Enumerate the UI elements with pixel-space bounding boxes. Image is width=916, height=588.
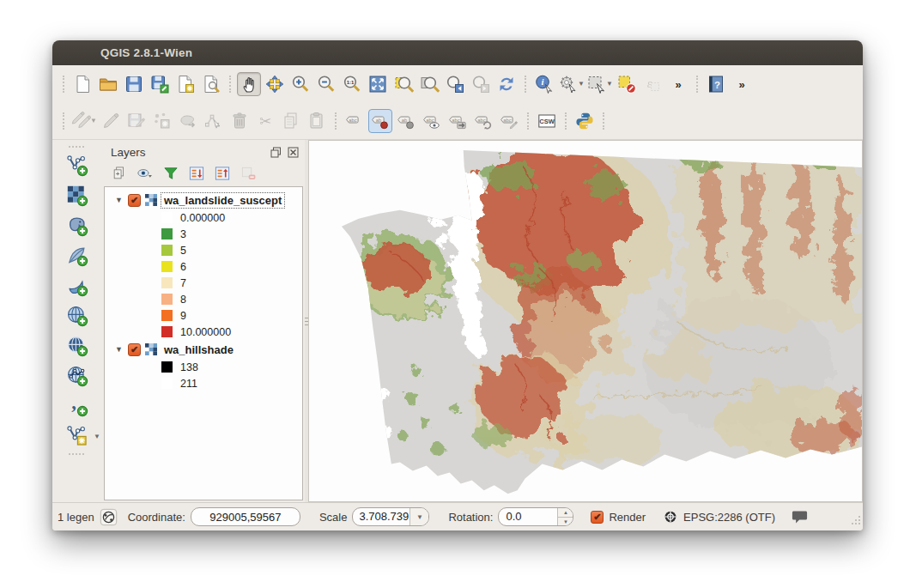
label-pin-button[interactable]: ab: [394, 109, 418, 133]
toolbar-grip[interactable]: [63, 112, 64, 130]
tracking-icon[interactable]: [100, 508, 118, 526]
chevron-down-icon[interactable]: ▼: [94, 433, 100, 440]
toolbar-grip[interactable]: [63, 76, 64, 93]
legend-entry[interactable]: 9: [105, 307, 302, 324]
help-button[interactable]: ?: [704, 72, 728, 96]
toolbar-grip[interactable]: [69, 453, 84, 455]
chevron-down-icon[interactable]: ▼: [606, 80, 613, 88]
toolbar-grip[interactable]: [229, 76, 231, 93]
save-project-as-button[interactable]: [148, 72, 172, 96]
metasearch-button[interactable]: CSW: [535, 109, 559, 133]
save-project-button[interactable]: [122, 72, 146, 96]
layer-checkbox[interactable]: ✔: [128, 343, 141, 356]
composer-manager-button[interactable]: [199, 72, 223, 96]
chevron-down-icon[interactable]: ▼: [90, 117, 97, 124]
message-log-icon[interactable]: [791, 509, 809, 524]
add-mssql-layer-button[interactable]: [61, 270, 92, 300]
change-label-button[interactable]: abc: [497, 109, 521, 133]
attributes-overflow-button[interactable]: »: [666, 72, 690, 96]
open-project-button[interactable]: [96, 72, 120, 96]
spin-up-icon[interactable]: ▲: [558, 508, 573, 518]
expand-all-button[interactable]: [186, 164, 207, 183]
toggle-editing-button[interactable]: [99, 109, 123, 133]
crs-status-icon[interactable]: [663, 509, 678, 524]
save-layer-edits-button[interactable]: [124, 109, 149, 133]
toolbar-grip[interactable]: [527, 112, 529, 130]
panel-close-button[interactable]: [287, 146, 300, 159]
zoom-last-button[interactable]: [443, 72, 467, 96]
add-group-button[interactable]: [109, 164, 130, 183]
zoom-to-layer-button[interactable]: [417, 72, 441, 96]
zoom-native-button[interactable]: 1:1: [340, 72, 364, 96]
run-feature-action-button[interactable]: ▼: [558, 72, 585, 96]
expander-icon[interactable]: ▼: [115, 345, 124, 354]
panel-float-button[interactable]: [270, 146, 282, 159]
legend-entry[interactable]: 3: [105, 226, 302, 242]
scale-combobox[interactable]: 3.708.739 ▼: [352, 507, 429, 526]
spin-down-icon[interactable]: ▼: [558, 518, 573, 526]
copy-features-button[interactable]: [279, 109, 303, 133]
add-delimited-text-button[interactable]: ,: [61, 391, 92, 421]
toggle-labels-button[interactable]: abc: [420, 109, 444, 133]
chevron-down-icon[interactable]: ▼: [578, 80, 585, 88]
legend-entry[interactable]: 138: [105, 359, 302, 375]
layer-item-wa_landslide_suscept[interactable]: ▼✔wa_landslide_suscept: [105, 191, 302, 209]
zoom-next-button[interactable]: [469, 72, 493, 96]
toolbar-grip[interactable]: [565, 112, 567, 130]
legend-entry[interactable]: 7: [105, 275, 302, 291]
rotate-label-button[interactable]: abc: [471, 109, 495, 133]
legend-entry[interactable]: 0.000000: [105, 209, 302, 226]
toolbar-overflow-button[interactable]: »: [730, 72, 754, 96]
zoom-to-selection-button[interactable]: [391, 72, 416, 96]
render-checkbox[interactable]: ✔: [591, 511, 604, 524]
toolbar-grip[interactable]: [525, 76, 526, 93]
add-wcs-layer-button[interactable]: [61, 330, 92, 361]
chevron-down-icon[interactable]: ▼: [409, 508, 428, 525]
layer-checkbox[interactable]: ✔: [128, 194, 141, 207]
cut-features-button[interactable]: ✂: [253, 109, 277, 133]
rotation-spinbox[interactable]: 0.0 ▲▼: [498, 507, 573, 526]
resize-grip[interactable]: [850, 513, 861, 529]
toolbar-grip[interactable]: [69, 146, 84, 148]
zoom-out-button[interactable]: [314, 72, 338, 96]
pan-map-button[interactable]: [237, 72, 261, 96]
add-wms-layer-button[interactable]: [61, 300, 92, 330]
python-console-button[interactable]: [573, 109, 597, 133]
move-feature-button[interactable]: [176, 109, 200, 133]
legend-entry[interactable]: 10.000000: [105, 324, 302, 340]
legend-entry[interactable]: 6: [105, 258, 302, 275]
expander-icon[interactable]: ▼: [115, 196, 124, 204]
legend-entry[interactable]: 8: [105, 291, 302, 307]
toolbar-grip[interactable]: [335, 112, 337, 130]
identify-features-button[interactable]: i: [532, 72, 556, 96]
remove-layer-button[interactable]: [238, 164, 258, 183]
current-edits-button[interactable]: ▼: [70, 109, 97, 133]
add-postgis-layer-button[interactable]: [61, 210, 92, 240]
title-bar[interactable]: QGIS 2.8.1-Wien: [52, 40, 863, 65]
node-tool-button[interactable]: [202, 109, 226, 133]
layer-item-wa_hillshade[interactable]: ▼✔wa_hillshade: [105, 340, 302, 359]
label-settings-button[interactable]: abc: [343, 109, 367, 133]
filter-legend-button[interactable]: [161, 164, 181, 183]
manage-visibility-button[interactable]: [135, 164, 155, 183]
new-shapefile-button[interactable]: ▼: [61, 421, 92, 451]
new-composer-button[interactable]: [173, 72, 197, 96]
toolbar-grip[interactable]: [696, 76, 698, 93]
map-canvas[interactable]: [308, 140, 863, 502]
add-raster-layer-button[interactable]: [61, 180, 92, 210]
select-by-expression-button[interactable]: ε: [640, 72, 664, 96]
delete-selected-button[interactable]: [227, 109, 252, 133]
pan-to-selection-button[interactable]: [263, 72, 287, 96]
collapse-all-button[interactable]: [212, 164, 233, 183]
deselect-all-button[interactable]: [615, 72, 639, 96]
refresh-map-button[interactable]: [494, 72, 519, 96]
add-vector-layer-button[interactable]: [61, 150, 92, 180]
add-feature-button[interactable]: [150, 109, 174, 133]
add-spatialite-layer-button[interactable]: [61, 240, 92, 270]
new-project-button[interactable]: [70, 72, 94, 96]
zoom-full-button[interactable]: [366, 72, 390, 96]
legend-entry[interactable]: 211: [105, 375, 302, 391]
add-wfs-layer-button[interactable]: [61, 361, 92, 391]
zoom-in-button[interactable]: [288, 72, 312, 96]
coordinate-input[interactable]: [191, 507, 300, 526]
